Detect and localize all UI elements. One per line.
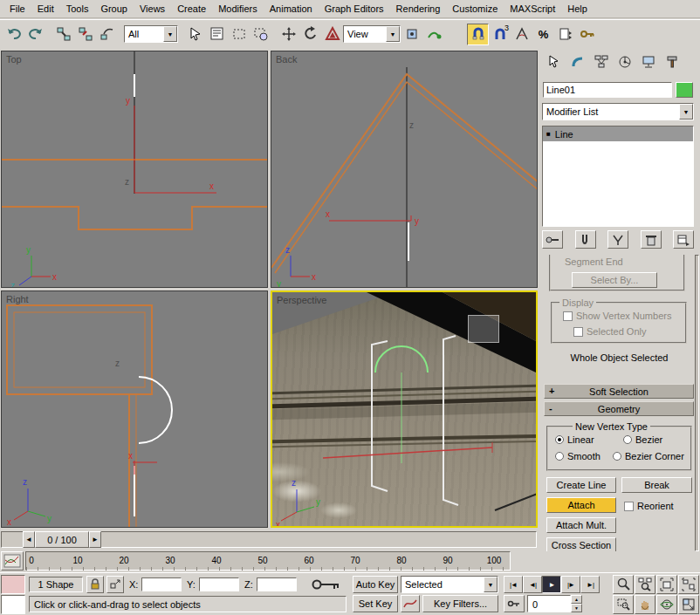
show-end-result-button[interactable] [575, 230, 596, 249]
unlink-selection-button[interactable] [74, 24, 96, 45]
select-and-scale-button[interactable] [321, 24, 343, 45]
remove-modifier-button[interactable] [641, 230, 662, 249]
viewport-top[interactable]: Top y x z y x z [1, 51, 268, 288]
x-coord-field[interactable] [141, 577, 182, 591]
selection-lock-button[interactable] [86, 576, 104, 593]
break-button[interactable]: Break [621, 477, 692, 493]
object-color-swatch[interactable] [676, 82, 693, 98]
time-slider-prev-button[interactable]: ◄ [23, 531, 35, 548]
spinner-snap-button[interactable] [554, 24, 576, 45]
maxscript-macro-pane[interactable] [1, 575, 25, 594]
reorient-checkbox[interactable]: Reorient [624, 501, 674, 511]
zoom-all-button[interactable] [635, 575, 655, 594]
angle-snap-button[interactable] [511, 24, 532, 45]
select-and-rotate-button[interactable] [299, 24, 321, 45]
selection-filter-dropdown[interactable]: All ▼ [124, 25, 178, 43]
percent-snap-button[interactable]: % [532, 24, 554, 45]
select-object-button[interactable] [184, 24, 206, 45]
radio-icon[interactable] [555, 452, 564, 461]
zoom-extents-all-button[interactable] [678, 575, 699, 594]
play-button[interactable]: ► [542, 576, 561, 593]
selected-only-checkbox[interactable]: Selected Only [573, 326, 646, 337]
maxscript-listener-pane[interactable] [1, 595, 25, 614]
checkbox-icon[interactable] [563, 311, 573, 321]
menu-customize[interactable]: Customize [446, 1, 504, 17]
keyboard-shortcut-override-toggle[interactable] [307, 576, 346, 593]
pan-button[interactable] [635, 595, 655, 614]
previous-frame-button[interactable]: ◄| [523, 576, 542, 593]
pin-stack-button[interactable] [542, 230, 563, 249]
menu-help[interactable]: Help [561, 1, 594, 17]
menu-graph-editors[interactable]: Graph Editors [319, 1, 390, 17]
undo-button[interactable] [3, 24, 24, 45]
chevron-down-icon[interactable]: ▼ [386, 26, 400, 42]
key-mode-toggle-button[interactable] [504, 595, 525, 612]
menu-group[interactable]: Group [94, 1, 134, 17]
menu-create[interactable]: Create [171, 1, 212, 17]
zoom-button[interactable] [613, 575, 634, 594]
use-pivot-center-button[interactable] [401, 24, 422, 45]
soft-selection-rollout-header[interactable]: + Soft Selection [544, 384, 694, 399]
radio-icon[interactable] [613, 452, 621, 461]
viewport-perspective[interactable]: Perspective z x y [271, 290, 538, 528]
key-filters-button[interactable]: Key Filters... [422, 595, 498, 612]
reference-coordinate-dropdown[interactable]: View ▼ [343, 25, 401, 43]
geometry-rollout-header[interactable]: - Geometry [544, 401, 694, 416]
arc-rotate-button[interactable] [656, 595, 677, 614]
select-and-move-button[interactable] [278, 24, 299, 45]
menu-rendering[interactable]: Rendering [390, 1, 447, 17]
set-key-button[interactable]: Set Key [353, 595, 398, 612]
chevron-down-icon[interactable]: ▼ [679, 104, 693, 120]
viewport-top-label[interactable]: Top [6, 54, 22, 65]
checkbox-icon[interactable] [573, 327, 583, 337]
object-name-field[interactable]: Line01 [543, 82, 672, 98]
next-frame-button[interactable]: |► [561, 576, 580, 593]
cross-section-button[interactable]: Cross Section [546, 537, 616, 551]
window-crossing-toggle-button[interactable] [250, 24, 271, 45]
key-mode-dropdown[interactable]: Selected ▼ [401, 576, 498, 593]
make-unique-button[interactable] [607, 230, 628, 249]
chevron-down-icon[interactable]: ▼ [484, 577, 498, 592]
y-coord-field[interactable] [199, 577, 239, 591]
radio-icon[interactable] [555, 435, 564, 444]
attach-mult-button[interactable]: Attach Mult. [546, 517, 616, 533]
tab-hierarchy[interactable] [589, 51, 613, 72]
menu-tools[interactable]: Tools [60, 1, 95, 17]
time-slider-track[interactable]: ◄ 0 / 100 ► [0, 530, 538, 550]
viewport-back-label[interactable]: Back [276, 54, 297, 65]
menu-modifiers[interactable]: Modifiers [212, 1, 264, 17]
current-frame-field[interactable]: 0 [527, 595, 571, 612]
bezier-corner-radio[interactable]: Bezier Corner [613, 451, 684, 461]
radio-icon[interactable] [623, 435, 632, 444]
spinner-down-button[interactable]: ▼ [571, 604, 582, 612]
viewport-right[interactable]: Right x z z y x [1, 290, 268, 528]
configure-modifier-sets-button[interactable] [673, 230, 694, 249]
spinner-up-button[interactable]: ▲ [571, 595, 582, 604]
chevron-down-icon[interactable]: ▼ [163, 26, 177, 42]
attach-button[interactable]: Attach [546, 497, 616, 513]
viewport-perspective-label[interactable]: Perspective [277, 295, 326, 305]
menu-edit[interactable]: Edit [31, 1, 60, 17]
tab-display[interactable] [636, 51, 660, 72]
tab-modify[interactable] [566, 51, 589, 72]
viewport-right-label[interactable]: Right [6, 294, 29, 304]
auto-key-button[interactable]: Auto Key [353, 576, 398, 593]
absolute-offset-toggle[interactable] [106, 576, 124, 593]
show-vertex-numbers-checkbox[interactable]: Show Vertex Numbers [563, 311, 671, 321]
viewport-back[interactable]: Back x y z z x y [271, 51, 538, 288]
keyboard-override-button[interactable] [576, 24, 598, 45]
select-by-button[interactable]: Select By... [572, 272, 657, 288]
time-slider-next-button[interactable]: ► [89, 531, 101, 548]
modifier-stack-item-line[interactable]: ■ Line [543, 126, 693, 141]
select-and-link-button[interactable] [52, 24, 74, 45]
menu-animation[interactable]: Animation [264, 1, 319, 17]
bezier-radio[interactable]: Bezier [623, 434, 662, 445]
snaps-toggle-button[interactable] [467, 24, 489, 45]
redo-button[interactable] [24, 24, 46, 45]
min-max-toggle-button[interactable] [678, 595, 699, 614]
menu-maxscript[interactable]: MAXScript [504, 1, 561, 17]
zoom-extents-button[interactable] [656, 575, 677, 594]
rectangular-selection-region-button[interactable] [228, 24, 250, 45]
goto-end-button[interactable]: ►| [580, 576, 600, 593]
time-slider-thumb[interactable]: 0 / 100 [35, 531, 89, 548]
